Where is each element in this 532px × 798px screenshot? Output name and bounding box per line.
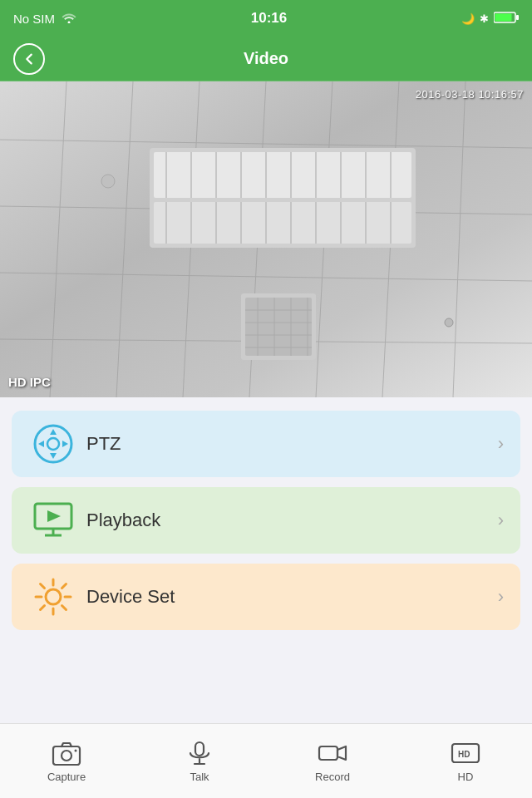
status-left: No SIM [13, 12, 76, 26]
capture-label: Capture [47, 771, 86, 783]
status-bar: No SIM 10:16 🌙 ✱ [0, 0, 532, 37]
ptz-icon [28, 419, 78, 469]
svg-point-48 [101, 175, 115, 188]
svg-point-49 [445, 318, 453, 327]
svg-line-61 [62, 606, 66, 610]
battery-icon [494, 11, 519, 27]
tab-talk[interactable]: Talk [133, 739, 266, 783]
svg-point-65 [62, 751, 71, 761]
svg-text:HD: HD [458, 750, 470, 759]
svg-rect-70 [319, 746, 337, 760]
ptz-label: PTZ [86, 433, 498, 455]
video-label: HD IPC [8, 375, 51, 389]
svg-line-60 [41, 584, 45, 589]
bluetooth-icon: ✱ [480, 12, 489, 25]
deviceset-icon [28, 572, 78, 622]
playback-label: Playback [86, 510, 498, 531]
video-content [0, 81, 532, 397]
carrier-label: No SIM [13, 12, 55, 26]
record-icon [317, 739, 348, 767]
talk-icon [184, 739, 215, 767]
record-label: Record [315, 771, 350, 783]
tab-capture[interactable]: Capture [0, 739, 133, 783]
svg-point-51 [47, 438, 59, 450]
menu-section: PTZ › Playback › [0, 397, 532, 643]
deviceset-chevron: › [498, 586, 504, 608]
status-time: 10:16 [251, 10, 287, 27]
tab-hd[interactable]: HD HD [399, 739, 532, 783]
playback-icon [28, 495, 78, 545]
hd-icon: HD [450, 739, 481, 767]
tab-bar: Capture Talk Record [0, 723, 532, 798]
tab-record[interactable]: Record [266, 739, 399, 783]
svg-point-55 [46, 589, 61, 604]
capture-icon [51, 739, 82, 767]
svg-rect-64 [53, 746, 80, 765]
svg-point-66 [75, 750, 77, 752]
page-title: Video [244, 49, 288, 68]
video-feed: 2016-03-18 10:16:57 HD IPC [0, 81, 532, 397]
svg-rect-67 [195, 742, 204, 756]
menu-item-ptz[interactable]: PTZ › [12, 411, 520, 477]
video-timestamp: 2016-03-18 10:16:57 [416, 88, 524, 101]
svg-rect-17 [154, 202, 411, 244]
svg-rect-16 [154, 152, 411, 198]
svg-rect-1 [495, 13, 512, 21]
playback-chevron: › [498, 510, 504, 531]
deviceset-label: Device Set [86, 586, 498, 608]
status-right: 🌙 ✱ [461, 11, 519, 27]
menu-item-playback[interactable]: Playback › [12, 487, 520, 554]
svg-line-62 [62, 584, 66, 589]
hd-label: HD [458, 771, 474, 783]
svg-rect-2 [516, 15, 519, 20]
ptz-chevron: › [498, 433, 504, 455]
menu-item-deviceset[interactable]: Device Set › [12, 564, 520, 630]
back-button[interactable] [13, 43, 45, 75]
talk-label: Talk [190, 771, 209, 783]
svg-line-63 [41, 606, 45, 610]
wifi-icon [62, 12, 76, 26]
moon-icon: 🌙 [461, 12, 475, 25]
nav-bar: Video [0, 37, 532, 81]
ceiling-visual [0, 81, 532, 397]
